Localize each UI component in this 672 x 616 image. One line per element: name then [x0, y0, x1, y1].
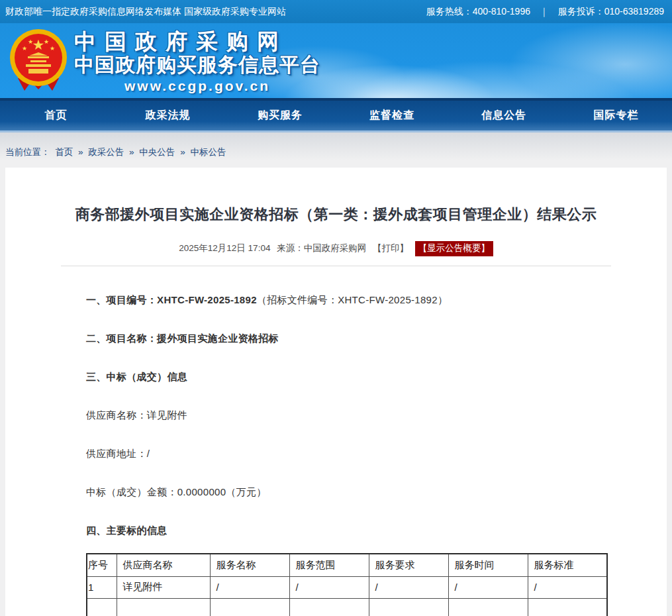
award-amount-line: 中标（成交）金额：0.0000000（万元）	[86, 486, 600, 499]
nav-item-regulations[interactable]: 政采法规	[112, 101, 224, 130]
cell-service-req: /	[369, 576, 448, 598]
breadcrumb-sep-2: »	[129, 147, 134, 157]
meta-divider	[61, 266, 611, 266]
cell-empty	[289, 598, 369, 616]
cell-service-time: /	[448, 576, 528, 598]
project-number-rest: （招标文件编号：XHTC-FW-2025-1892）	[257, 294, 448, 305]
breadcrumb-home[interactable]: 首页	[55, 147, 73, 157]
nav-item-supervision[interactable]: 监督检查	[336, 101, 448, 130]
print-button[interactable]: 【打印】	[373, 243, 408, 253]
cell-service-std: /	[528, 576, 607, 598]
article-meta: 2025年12月12日 17:04 来源：中国政府采购网 【打印】 【显示公告概…	[5, 241, 667, 256]
article-panel: 商务部援外项目实施企业资格招标（第一类：援外成套项目管理企业）结果公示 2025…	[5, 168, 667, 616]
col-header-service-name: 服务名称	[210, 554, 289, 576]
nav-item-announcements[interactable]: 信息公告	[448, 101, 560, 130]
breadcrumb-central[interactable]: 中央公告	[139, 147, 175, 157]
svg-text:★: ★	[44, 38, 49, 45]
breadcrumb-prefix: 当前位置：	[5, 147, 50, 157]
breadcrumb-sep-3: »	[180, 147, 185, 157]
cell-service-scope: /	[289, 576, 369, 598]
show-summary-button[interactable]: 【显示公告概要】	[415, 241, 493, 256]
col-header-service-scope: 服务范围	[289, 554, 369, 576]
nav-item-home[interactable]: 首页	[0, 101, 112, 130]
cell-empty	[369, 598, 448, 616]
site-name: 中国政府采购网	[74, 30, 320, 52]
topbar-contacts: 服务热线：400-810-1996 ｜ 服务投诉：010-63819289	[426, 6, 664, 18]
svg-text:★: ★	[28, 38, 33, 45]
project-number-bold: 一、项目编号：XHTC-FW-2025-1892	[86, 294, 257, 305]
goods-table-empty-row	[87, 598, 607, 616]
col-header-supplier: 供应商名称	[117, 554, 210, 576]
nav-item-international[interactable]: 国际专栏	[560, 101, 672, 130]
article-body: 一、项目编号：XHTC-FW-2025-1892（招标文件编号：XHTC-FW-…	[5, 294, 667, 616]
breadcrumb-award[interactable]: 中标公告	[190, 147, 226, 157]
service-hotline: 服务热线：400-810-1996	[426, 6, 530, 18]
site-logo-text[interactable]: 中国政府采购网 中国政府购买服务信息平台 www.ccgp.gov.cn	[74, 30, 320, 93]
project-number-line: 一、项目编号：XHTC-FW-2025-1892（招标文件编号：XHTC-FW-…	[86, 294, 600, 307]
main-goods-heading: 四、主要标的信息	[86, 525, 600, 537]
svg-text:★: ★	[22, 45, 27, 52]
supplier-address-line: 供应商地址：/	[86, 448, 600, 460]
cell-supplier: 详见附件	[117, 576, 210, 598]
site-url: www.ccgp.gov.cn	[74, 79, 320, 93]
cell-empty	[117, 598, 210, 616]
cell-empty	[448, 598, 528, 616]
award-info-heading: 三、中标（成交）信息	[86, 371, 600, 384]
main-nav: 首页 政采法规 购买服务 监督检查 信息公告 国际专栏	[0, 98, 672, 132]
breadcrumb-sep-1: »	[78, 147, 83, 157]
cell-seq: 1	[87, 576, 117, 598]
cell-service-name: /	[210, 576, 289, 598]
page-title: 商务部援外项目实施企业资格招标（第一类：援外成套项目管理企业）结果公示	[5, 205, 667, 225]
article-source: 来源：中国政府采购网	[277, 243, 366, 253]
cell-empty	[528, 598, 607, 616]
goods-table-header-row: 序号 供应商名称 服务名称 服务范围 服务要求 服务时间 服务标准	[87, 554, 607, 576]
svg-text:★: ★	[50, 45, 55, 52]
service-complaint: 服务投诉：010-63819289	[558, 6, 664, 18]
site-slogan: 财政部唯一指定政府采购信息网络发布媒体 国家级政府采购专业网站	[5, 6, 286, 18]
publish-datetime: 2025年12月12日 17:04	[179, 243, 270, 253]
top-utility-bar: 财政部唯一指定政府采购信息网络发布媒体 国家级政府采购专业网站 服务热线：400…	[0, 0, 672, 23]
col-header-service-time: 服务时间	[448, 554, 528, 576]
goods-table: 序号 供应商名称 服务名称 服务范围 服务要求 服务时间 服务标准 1 详见附件…	[86, 553, 608, 616]
goods-table-row: 1 详见附件 / / / / /	[87, 576, 607, 598]
cell-empty	[87, 598, 117, 616]
project-name-line: 二、项目名称：援外项目实施企业资格招标	[86, 333, 600, 345]
topbar-separator: ｜	[540, 6, 549, 18]
breadcrumb-announcements[interactable]: 政采公告	[88, 147, 124, 157]
col-header-service-std: 服务标准	[528, 554, 607, 576]
supplier-name-line: 供应商名称：详见附件	[86, 409, 600, 422]
col-header-service-req: 服务要求	[369, 554, 448, 576]
site-header: ★ ★ ★ ★ ★ 中国政府采购网 中国政府购买服务信息平台 www.ccgp.…	[0, 23, 672, 98]
svg-text:★: ★	[32, 37, 45, 52]
china-national-emblem-icon: ★ ★ ★ ★ ★	[9, 28, 68, 97]
col-header-seq: 序号	[87, 554, 117, 576]
cell-empty	[210, 598, 289, 616]
site-subtitle: 中国政府购买服务信息平台	[74, 55, 320, 75]
nav-item-purchase[interactable]: 购买服务	[224, 101, 336, 130]
breadcrumb: 当前位置： 首页 » 政采公告 » 中央公告 » 中标公告	[0, 132, 672, 168]
